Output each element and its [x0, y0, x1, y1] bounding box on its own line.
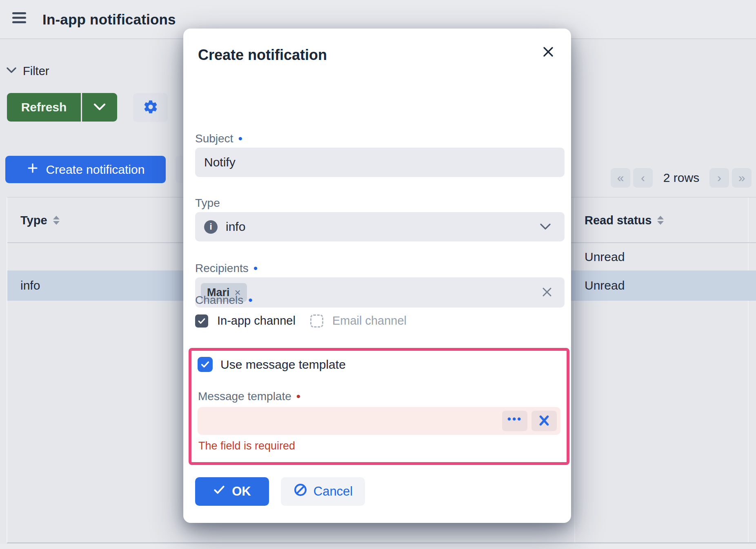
app-screen: In-app notifications Filter Refresh Crea… [0, 0, 756, 549]
channels-options: In-app channel Email channel [195, 314, 407, 328]
block-icon [293, 483, 308, 500]
cell-read-status: Unread [585, 243, 625, 270]
cell-type: info [20, 271, 40, 300]
create-notification-dialog: Create notification Subject • Type i inf… [183, 29, 571, 523]
message-template-label: Message template • [198, 390, 300, 403]
dialog-close-button[interactable] [538, 42, 558, 62]
page-footer-strip [0, 544, 756, 549]
browse-template-button[interactable]: ••• [502, 411, 527, 431]
chevron-down-icon [93, 103, 106, 112]
email-channel-checkbox[interactable]: Email channel [310, 314, 407, 328]
message-template-field: ••• [198, 407, 560, 435]
ellipsis-icon: ••• [507, 414, 522, 428]
cell-read-status: Unread [585, 271, 625, 300]
pagination-row-count: 2 rows [655, 168, 708, 188]
pagination-next-button[interactable]: › [709, 168, 729, 188]
checkbox-unchecked-icon [310, 314, 323, 328]
validation-highlight-box: Use message template Message template • … [189, 348, 569, 465]
email-channel-label: Email channel [332, 314, 407, 328]
clear-icon [542, 287, 552, 299]
type-select[interactable]: i info [195, 212, 565, 241]
ok-label: OK [232, 484, 251, 499]
sort-icon [657, 216, 664, 225]
plus-icon [27, 162, 39, 177]
channels-label: Channels • [195, 294, 253, 307]
column-header-type[interactable]: Type [20, 197, 60, 243]
filter-label: Filter [23, 64, 49, 78]
clear-template-button[interactable] [531, 411, 557, 431]
chevron-down-icon [7, 67, 16, 75]
required-dot: • [296, 390, 301, 403]
type-selected-value: info [226, 220, 245, 234]
settings-button[interactable] [133, 93, 168, 122]
dialog-title: Create notification [198, 46, 327, 64]
page-title: In-app notifications [42, 0, 176, 39]
subject-input[interactable] [195, 148, 565, 177]
inapp-channel-checkbox[interactable]: In-app channel [195, 314, 296, 328]
required-dot: • [253, 262, 258, 274]
type-label: Type [195, 197, 220, 210]
clear-recipients-button[interactable] [542, 277, 552, 308]
checkbox-checked-icon [195, 314, 208, 328]
refresh-split-button: Refresh [7, 93, 117, 122]
validation-error-message: The field is required [198, 440, 295, 452]
hamburger-menu-icon[interactable] [12, 12, 28, 27]
info-icon: i [204, 220, 218, 234]
inapp-channel-label: In-app channel [217, 314, 296, 328]
pagination-prev-button[interactable]: ‹ [633, 168, 653, 188]
filter-toggle[interactable]: Filter [7, 64, 49, 78]
chevron-down-icon [540, 224, 551, 232]
pagination-last-button[interactable]: » [732, 168, 752, 188]
refresh-button[interactable]: Refresh [7, 93, 81, 122]
ok-button[interactable]: OK [195, 477, 269, 506]
required-dot: • [238, 133, 242, 145]
pagination-first-button[interactable]: « [611, 168, 630, 188]
subject-label: Subject • [195, 132, 242, 145]
column-header-read-status[interactable]: Read status [585, 197, 664, 243]
column-header-read-status-label: Read status [585, 214, 651, 227]
clear-icon [538, 415, 550, 427]
required-dot: • [248, 294, 253, 306]
check-icon [213, 484, 225, 499]
create-notification-button[interactable]: Create notification [5, 156, 166, 183]
use-template-label: Use message template [220, 358, 346, 372]
close-icon [543, 46, 554, 58]
recipients-label: Recipients • [195, 262, 258, 275]
column-header-type-label: Type [20, 214, 47, 227]
refresh-dropdown-button[interactable] [82, 93, 117, 122]
use-template-checkbox[interactable]: Use message template [198, 357, 346, 372]
sort-icon [53, 216, 60, 225]
cancel-label: Cancel [314, 484, 353, 499]
gear-icon [143, 99, 158, 116]
checkbox-checked-icon [198, 357, 213, 372]
cancel-button[interactable]: Cancel [281, 477, 365, 506]
create-notification-label: Create notification [46, 163, 145, 177]
